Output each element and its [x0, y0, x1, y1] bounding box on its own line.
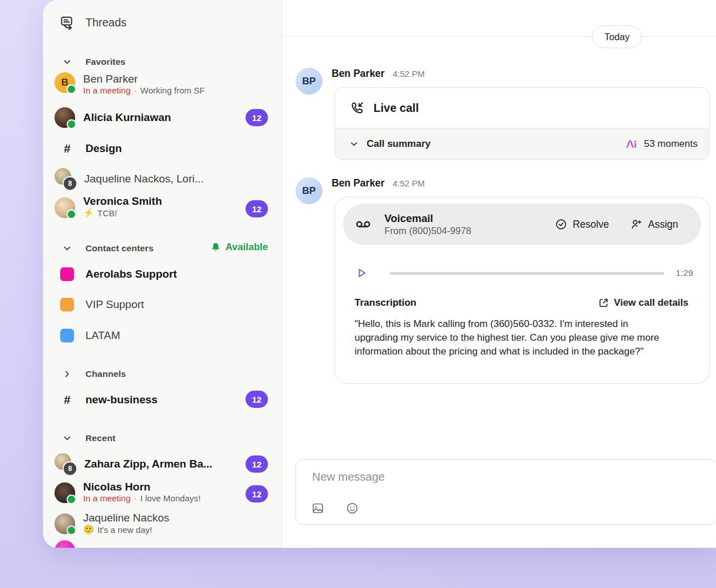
presence-dot: [67, 209, 76, 219]
group-name: Jaqueline Nackos, Lori...: [84, 173, 204, 185]
transcription-text: "Hello, this is Mark calling from (360)5…: [355, 317, 667, 359]
queue-color-swatch: [60, 267, 74, 281]
status-note: Working from SF: [141, 85, 205, 95]
sidebar: Threads Favorites B Ben Parker In a meet…: [43, 0, 282, 548]
chevron-down-icon: [349, 139, 359, 149]
avatar: BP: [295, 177, 322, 204]
play-button[interactable]: [355, 266, 368, 280]
status-emoji: ⚡: [83, 208, 94, 218]
contact-name: Nicolas Horn: [83, 481, 201, 493]
voicemail-title: Voicemail: [384, 212, 471, 225]
sidebar-item-jaqueline[interactable]: Jaqueline Nackos 🙂 It's a new day!: [55, 512, 169, 542]
group-avatar: 8: [55, 453, 76, 475]
external-link-icon: [598, 297, 609, 309]
moments-count: 53 moments: [644, 138, 698, 150]
status-text: In a meeting: [83, 493, 131, 503]
sidebar-item-threads[interactable]: Threads: [56, 13, 127, 32]
availability-status[interactable]: Available: [210, 242, 268, 253]
channel-name: new-business: [85, 394, 158, 406]
sidebar-item-new-business[interactable]: # new-business: [56, 391, 158, 409]
avatar: [55, 513, 75, 534]
transcription-label: Transcription: [355, 297, 417, 309]
avatar: [55, 482, 75, 503]
member-count-badge: 8: [63, 461, 77, 476]
voicemail-icon: [355, 216, 384, 233]
sidebar-item-vip-support[interactable]: VIP Support: [56, 296, 144, 313]
queue-color-swatch: [60, 298, 74, 311]
presence-dot: [67, 525, 76, 535]
sidebar-item-design[interactable]: # Design: [56, 139, 122, 158]
threads-icon: [56, 15, 79, 30]
contact-name: Alicia Kurniawan: [83, 111, 171, 124]
chevron-right-icon: [56, 369, 79, 379]
message-timestamp: 4:52 PM: [392, 178, 425, 188]
sidebar-item-latam[interactable]: LATAM: [56, 327, 120, 344]
queue-name: Aerolabs Support: [85, 268, 177, 281]
contact-name: Jaqueline Nackos: [83, 512, 169, 524]
section-label: Contact centers: [85, 243, 154, 254]
bell-icon: [210, 242, 221, 253]
channel-name: Design: [85, 142, 122, 155]
avatar: BP: [295, 68, 322, 95]
sidebar-item-zahara-group[interactable]: 8 Zahara Zipp, Armen Ba...: [55, 453, 212, 476]
unread-badge: 12: [246, 109, 268, 126]
queue-name: VIP Support: [85, 298, 144, 311]
person-add-icon: [630, 218, 643, 231]
live-call-title: Live call: [373, 102, 419, 115]
hash-icon: #: [56, 393, 79, 407]
chat-panel: Today BP Ben Parker 4:52 PM Live call: [282, 0, 716, 548]
assign-button[interactable]: Assign: [630, 218, 678, 231]
section-label: Channels: [85, 369, 126, 379]
live-call-row[interactable]: Live call: [335, 88, 709, 128]
presence-dot: [67, 119, 76, 129]
resolve-button[interactable]: Resolve: [555, 218, 609, 231]
chevron-down-icon: [56, 57, 79, 67]
app-window: Threads Favorites B Ben Parker In a meet…: [43, 0, 716, 548]
message-author: Ben Parker: [332, 177, 384, 189]
message-header: Ben Parker 4:52 PM: [332, 68, 425, 80]
avatar: B: [55, 72, 75, 93]
group-name: Zahara Zipp, Armen Ba...: [84, 458, 212, 470]
section-label: Favorites: [85, 57, 126, 67]
unread-badge: 12: [246, 391, 268, 408]
status-note: TCB!: [98, 208, 117, 218]
section-header-channels[interactable]: Channels: [56, 367, 126, 381]
chevron-down-icon: [56, 243, 79, 254]
call-summary-toggle[interactable]: Call summary: [335, 128, 709, 159]
new-message-input[interactable]: [311, 470, 699, 484]
section-header-recent[interactable]: Recent: [56, 431, 115, 446]
date-pill: Today: [592, 25, 642, 48]
live-call-card: Live call Call summary: [334, 87, 710, 160]
queue-name: LATAM: [85, 329, 120, 342]
sidebar-item-label: Threads: [85, 16, 127, 29]
view-call-details-link[interactable]: View call details: [598, 297, 688, 309]
message-header: Ben Parker 4:52 PM: [332, 177, 425, 189]
section-header-favorites[interactable]: Favorites: [56, 54, 126, 69]
sidebar-item-nicolas[interactable]: Nicolas Horn In a meeting · I love Monda…: [55, 481, 201, 511]
message-timestamp: 4:52 PM: [392, 69, 425, 79]
voicemail-card: Voicemail From (800)504-9978 Resolve: [334, 197, 710, 384]
group-avatar: 8: [55, 168, 76, 190]
sidebar-item-aerolabs-support[interactable]: Aerolabs Support: [56, 266, 177, 283]
emoji-button[interactable]: [345, 501, 359, 515]
message-author: Ben Parker: [332, 68, 384, 80]
status-text: In a meeting: [83, 85, 131, 95]
section-header-contact-centers[interactable]: Contact centers: [56, 241, 154, 256]
chevron-down-icon: [56, 433, 79, 443]
message-composer: [295, 459, 716, 525]
incoming-call-icon: [349, 100, 365, 116]
avatar: [55, 197, 75, 218]
unread-badge: 12: [246, 485, 268, 503]
voicemail-from: From (800)504-9978: [384, 225, 471, 237]
status-note: I love Mondays!: [141, 493, 201, 503]
attach-image-button[interactable]: [311, 501, 325, 515]
unread-badge: 12: [246, 455, 268, 473]
section-label: Recent: [85, 433, 115, 443]
sidebar-item-alicia[interactable]: Alicia Kurniawan: [55, 107, 171, 128]
sidebar-item-jaqueline-group[interactable]: 8 Jaqueline Nackos, Lori...: [55, 168, 204, 190]
sidebar-item-ben-parker[interactable]: B Ben Parker In a meeting · Working from…: [55, 72, 205, 102]
status-note: It's a new day!: [98, 525, 152, 535]
audio-progress-bar[interactable]: [390, 272, 664, 275]
queue-color-swatch: [60, 329, 74, 342]
sidebar-item-veronica[interactable]: Veronica Smith ⚡ TCB!: [55, 195, 162, 225]
